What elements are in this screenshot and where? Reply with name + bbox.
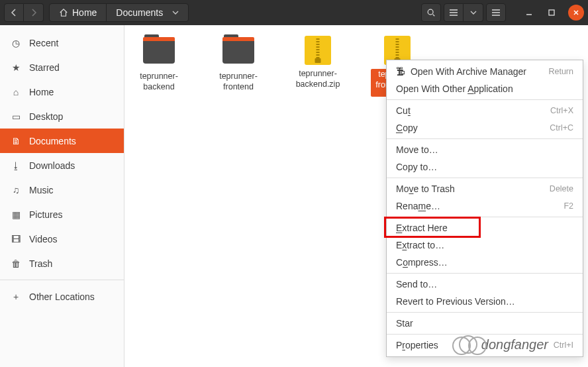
documents-icon: 🗎 — [11, 136, 21, 146]
star-icon: ★ — [11, 62, 21, 73]
menu-item-label: Copy — [396, 123, 418, 133]
menu-item-label: Properties — [396, 340, 438, 350]
sidebar-item-label: Pictures — [29, 209, 63, 220]
file-item[interactable]: teprunner-frontend — [212, 36, 265, 99]
shortcut-label: Delete — [550, 184, 573, 193]
divider — [387, 273, 583, 274]
sidebar-item-recent[interactable]: ◷Recent — [0, 30, 124, 55]
divider — [387, 138, 583, 139]
sidebar-item-pictures[interactable]: ▦Pictures — [0, 202, 124, 227]
clock-icon: ◷ — [11, 38, 21, 48]
sidebar-item-label: Trash — [29, 258, 52, 269]
breadcrumb-label: Home — [72, 7, 97, 18]
context-menu: 🗜 Open With Archive ManagerReturnOpen Wi… — [386, 60, 583, 357]
shortcut-label: Ctrl+I — [554, 341, 573, 350]
view-dropdown-button[interactable] — [464, 3, 483, 22]
breadcrumb-home[interactable]: Home — [50, 4, 106, 21]
list-view-button[interactable] — [444, 3, 464, 22]
sidebar: ◷Recent ★Starred ⌂Home ▭Desktop 🗎Documen… — [0, 25, 124, 367]
menu-item-label: Cut — [396, 105, 411, 116]
divider — [387, 178, 583, 178]
menu-item-label: Extract to… — [396, 240, 444, 250]
divider — [387, 217, 583, 217]
sidebar-item-videos[interactable]: 🎞Videos — [0, 227, 124, 251]
menu-item-label: Rename… — [396, 201, 440, 211]
sidebar-item-home[interactable]: ⌂Home — [0, 79, 124, 104]
menu-item-label: Star — [396, 318, 413, 329]
file-item[interactable]: teprunner-backend.zip — [291, 36, 344, 99]
sidebar-item-label: Downloads — [29, 160, 75, 171]
sidebar-item-downloads[interactable]: ⭳Downloads — [0, 153, 124, 178]
downloads-icon: ⭳ — [11, 160, 21, 171]
divider — [387, 312, 583, 313]
context-menu-item[interactable]: Revert to Previous Version… — [387, 293, 583, 310]
sidebar-item-starred[interactable]: ★Starred — [0, 55, 124, 79]
context-menu-item[interactable]: Star — [387, 315, 583, 332]
menu-item-label: Compress… — [396, 257, 448, 268]
breadcrumb-documents[interactable]: Documents — [106, 4, 188, 21]
home-icon: ⌂ — [11, 87, 21, 97]
minimize-button[interactable] — [519, 3, 539, 22]
divider — [387, 99, 583, 100]
menu-item-label: Open With Other Application — [396, 83, 513, 94]
breadcrumb: Home Documents — [49, 3, 189, 22]
close-button[interactable] — [568, 5, 584, 21]
divider — [387, 334, 583, 335]
context-menu-item[interactable]: Compress… — [387, 254, 583, 271]
svg-point-0 — [428, 9, 433, 15]
zip-icon — [298, 36, 338, 66]
context-menu-item[interactable]: Rename…F2 — [387, 197, 583, 215]
trash-icon: 🗑 — [11, 258, 21, 269]
sidebar-item-label: Desktop — [29, 111, 63, 122]
sidebar-item-other-locations[interactable]: +Other Locations — [0, 284, 124, 309]
titlebar: Home Documents — [0, 0, 588, 25]
maximize-button[interactable] — [542, 3, 562, 22]
sidebar-item-label: Starred — [29, 62, 60, 73]
menu-item-label: Extract Here — [396, 223, 448, 233]
home-icon — [59, 8, 68, 17]
menu-button[interactable] — [486, 3, 506, 22]
divider — [0, 280, 124, 280]
sidebar-item-trash[interactable]: 🗑Trash — [0, 251, 124, 276]
watermark-text: dongfanger — [481, 337, 548, 352]
nav-buttons — [4, 3, 44, 22]
shortcut-label: Return — [548, 67, 573, 76]
context-menu-item[interactable]: CutCtrl+X — [387, 102, 583, 119]
context-menu-item[interactable]: Copy to… — [387, 158, 583, 176]
context-menu-item[interactable]: Send to… — [387, 276, 583, 293]
watermark: dongfanger — [459, 335, 548, 354]
sidebar-item-documents[interactable]: 🗎Documents — [0, 129, 124, 153]
menu-item-label: Move to Trash — [396, 184, 455, 194]
context-menu-item[interactable]: Extract Here — [387, 219, 583, 236]
shortcut-label: Ctrl+C — [550, 123, 573, 132]
menu-item-label: Revert to Previous Version… — [396, 296, 515, 307]
desktop-icon: ▭ — [11, 111, 21, 122]
videos-icon: 🎞 — [11, 234, 21, 244]
context-menu-item[interactable]: 🗜 Open With Archive ManagerReturn — [387, 63, 583, 80]
sidebar-item-label: Recent — [29, 38, 58, 48]
shortcut-label: Ctrl+X — [550, 106, 573, 115]
view-buttons — [444, 3, 483, 22]
file-label: teprunner-frontend — [212, 72, 265, 99]
context-menu-item[interactable]: Extract to… — [387, 236, 583, 254]
sidebar-item-label: Documents — [29, 136, 76, 146]
context-menu-item[interactable]: CopyCtrl+C — [387, 119, 583, 136]
forward-button[interactable] — [24, 3, 44, 22]
back-button[interactable] — [4, 3, 24, 22]
menu-item-label: 🗜 Open With Archive Manager — [396, 66, 526, 77]
shortcut-label: F2 — [564, 201, 573, 211]
pictures-icon: ▦ — [11, 209, 21, 220]
context-menu-item[interactable]: Open With Other Application — [387, 80, 583, 97]
file-item[interactable]: teprunner-backend — [132, 36, 185, 99]
context-menu-item[interactable]: Move to TrashDelete — [387, 180, 583, 197]
search-button[interactable] — [421, 3, 441, 22]
folder-icon — [139, 38, 179, 69]
sidebar-item-music[interactable]: ♫Music — [0, 178, 124, 202]
archive-icon: 🗜 — [396, 66, 408, 77]
sidebar-item-label: Home — [29, 87, 54, 97]
menu-item-label: Move to… — [396, 144, 438, 155]
context-menu-item[interactable]: Move to… — [387, 141, 583, 158]
wechat-icon — [459, 335, 477, 354]
sidebar-item-desktop[interactable]: ▭Desktop — [0, 104, 124, 129]
menu-item-label: Copy to… — [396, 162, 437, 172]
